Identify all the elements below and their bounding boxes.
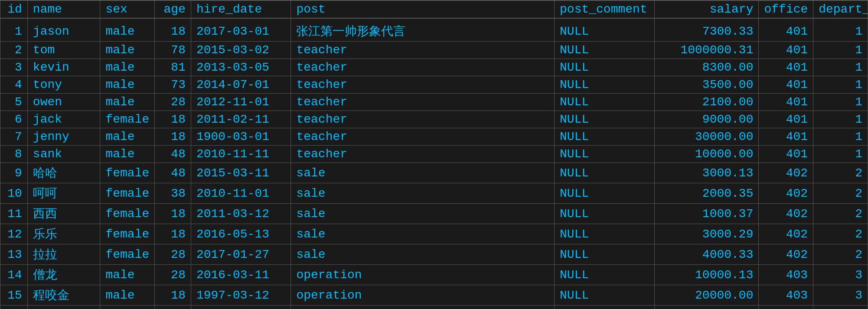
cell-name: 程咬金 [27,285,100,306]
cell-depart-id: 1 [813,18,868,42]
table-row: 1jasonmale182017-03-01张江第一帅形象代言NULL7300.… [0,18,868,42]
cell-id: 3 [0,59,28,76]
cell-depart-id: 1 [813,146,868,163]
cell-name: tony [27,76,100,94]
cell-hire-date: 2015-03-02 [191,42,290,59]
cell-post-comment: NULL [555,94,654,111]
cell-salary: 4000.33 [654,244,759,265]
cell-id: 14 [0,265,28,285]
table-row: 11西西female182011-03-12saleNULL1000.37402… [0,204,868,224]
cell-post: teacher [291,94,555,111]
cell-sex: female [100,224,155,244]
cell-salary: 10000.00 [654,146,759,163]
cell-sex: male [100,146,155,163]
table-row: 15程咬金male181997-03-12operationNULL20000.… [0,285,868,306]
cell-name: sank [27,146,100,163]
cell-depart-id: 3 [813,306,868,309]
cell-hire-date: 2015-03-11 [191,163,290,183]
cell-name: jack [27,111,100,128]
cell-age: 18 [155,285,191,306]
cell-office: 403 [759,306,813,309]
cell-name: 呵呵 [27,183,100,204]
header-post: post [291,0,555,18]
header-post-comment: post_comment [555,0,654,18]
table-row: 13拉拉female282017-01-27saleNULL4000.33402… [0,244,868,265]
cell-salary: 1000.37 [654,204,759,224]
table-row: 2tommale782015-03-02teacherNULL1000000.3… [0,42,868,59]
cell-sex: male [100,265,155,285]
cell-post: sale [291,163,555,183]
cell-age: 18 [155,18,191,42]
cell-hire-date: 2016-03-11 [191,265,290,285]
cell-age: 81 [155,59,191,76]
cell-salary: 2000.35 [654,183,759,204]
table-row: 8sankmale482010-11-11teacherNULL10000.00… [0,146,868,163]
cell-id: 9 [0,163,28,183]
header-depart-id: depart_id [813,0,868,18]
cell-depart-id: 2 [813,163,868,183]
table-row: 4tonymale732014-07-01teacherNULL3500.004… [0,76,868,94]
cell-name: owen [27,94,100,111]
cell-office: 401 [759,146,813,163]
cell-office: 401 [759,94,813,111]
cell-depart-id: 1 [813,42,868,59]
data-table: id name sex age hire_date post post_comm… [0,0,868,309]
cell-hire-date: 1997-03-12 [191,285,290,306]
cell-salary: 1000000.31 [654,42,759,59]
cell-salary: 20000.00 [654,285,759,306]
cell-id: 12 [0,224,28,244]
cell-sex: male [100,285,155,306]
cell-post: teacher [291,111,555,128]
cell-hire-date: 2017-01-27 [191,244,290,265]
cell-age: 18 [155,306,191,309]
cell-office: 401 [759,128,813,146]
cell-post: sale [291,204,555,224]
table-row: 9哈哈female482015-03-11saleNULL3000.134022 [0,163,868,183]
cell-sex: female [100,111,155,128]
cell-name: 程咬银 [27,306,100,309]
table-row: 5owenmale282012-11-01teacherNULL2100.004… [0,94,868,111]
cell-name: 僧龙 [27,265,100,285]
cell-post-comment: NULL [555,42,654,59]
cell-age: 38 [155,183,191,204]
cell-post-comment: NULL [555,163,654,183]
header-hire-date: hire_date [191,0,290,18]
cell-age: 28 [155,94,191,111]
cell-hire-date: 2011-02-11 [191,111,290,128]
cell-id: 15 [0,285,28,306]
cell-depart-id: 1 [813,59,868,76]
cell-hire-date: 2017-03-01 [191,18,290,42]
cell-office: 401 [759,18,813,42]
table-row: 3kevinmale812013-03-05teacherNULL8300.00… [0,59,868,76]
cell-id: 10 [0,183,28,204]
cell-post: sale [291,244,555,265]
cell-sex: male [100,76,155,94]
table-row: 14僧龙male282016-03-11operationNULL10000.1… [0,265,868,285]
cell-name: jenny [27,128,100,146]
cell-post: teacher [291,146,555,163]
cell-office: 401 [759,59,813,76]
cell-hire-date: 2016-05-13 [191,224,290,244]
cell-post: operation [291,265,555,285]
cell-id: 6 [0,111,28,128]
cell-id: 13 [0,244,28,265]
cell-hire-date: 2013-03-11 [191,306,290,309]
cell-id: 16 [0,306,28,309]
cell-sex: male [100,18,155,42]
cell-age: 28 [155,265,191,285]
cell-name: 哈哈 [27,163,100,183]
cell-post-comment: NULL [555,128,654,146]
cell-salary: 9000.00 [654,111,759,128]
cell-hire-date: 2010-11-01 [191,183,290,204]
cell-office: 403 [759,285,813,306]
cell-depart-id: 1 [813,94,868,111]
cell-age: 18 [155,111,191,128]
cell-hire-date: 2013-03-05 [191,59,290,76]
cell-office: 403 [759,265,813,285]
cell-sex: female [100,163,155,183]
cell-depart-id: 1 [813,76,868,94]
cell-depart-id: 2 [813,183,868,204]
cell-post-comment: NULL [555,18,654,42]
cell-sex: female [100,204,155,224]
table-container: id name sex age hire_date post post_comm… [0,0,868,309]
